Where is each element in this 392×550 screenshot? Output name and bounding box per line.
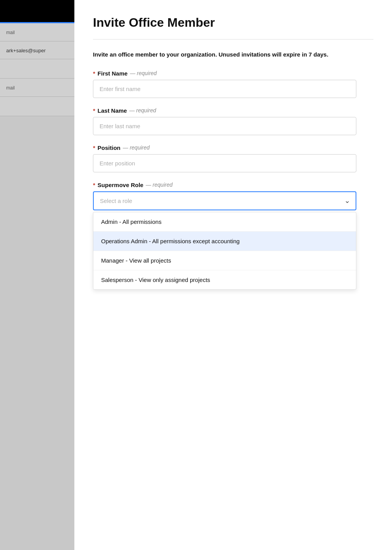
position-group: * Position — required xyxy=(93,144,373,172)
sidebar-item-3 xyxy=(0,59,74,79)
last-name-input[interactable] xyxy=(93,117,356,135)
last-name-label: * Last Name — required xyxy=(93,107,373,114)
page-description: Invite an office member to your organiza… xyxy=(93,50,356,59)
role-dropdown-menu: Admin - All permissions Operations Admin… xyxy=(93,212,356,290)
role-required-star: * xyxy=(93,182,95,188)
last-name-label-text: Last Name xyxy=(98,107,127,114)
first-name-required-text: — required xyxy=(130,70,156,76)
last-name-group: * Last Name — required xyxy=(93,107,373,135)
last-name-required-text: — required xyxy=(129,107,156,113)
sidebar-header xyxy=(0,0,74,23)
first-name-label: * First Name — required xyxy=(93,70,373,77)
role-label: * Supermove Role — required xyxy=(93,182,373,188)
sidebar-item-label-1: mail xyxy=(6,30,15,35)
role-select[interactable]: Select a role xyxy=(93,191,356,210)
first-name-required-star: * xyxy=(93,70,95,77)
role-group: * Supermove Role — required Select a rol… xyxy=(93,182,373,290)
dropdown-item-salesperson[interactable]: Salesperson - View only assigned project… xyxy=(93,270,356,289)
role-select-wrapper: Select a role ⌄ xyxy=(93,191,356,210)
first-name-input[interactable] xyxy=(93,80,356,98)
sidebar-item-4: mail xyxy=(0,79,74,97)
dropdown-item-manager[interactable]: Manager - View all projects xyxy=(93,251,356,270)
last-name-required-star: * xyxy=(93,107,95,114)
dropdown-item-ops-admin[interactable]: Operations Admin - All permissions excep… xyxy=(93,232,356,251)
role-select-placeholder: Select a role xyxy=(100,198,132,204)
sidebar-item-label-4: mail xyxy=(6,85,15,91)
role-label-text: Supermove Role xyxy=(98,182,143,188)
sidebar-content: mail ark+sales@super mail xyxy=(0,23,74,550)
main-content: Invite Office Member Invite an office me… xyxy=(74,0,392,550)
position-label: * Position — required xyxy=(93,144,373,151)
page-title: Invite Office Member xyxy=(93,15,373,30)
role-required-text: — required xyxy=(146,182,172,188)
position-required-star: * xyxy=(93,144,95,151)
section-divider xyxy=(93,39,373,40)
sidebar-item-2: ark+sales@super xyxy=(0,41,74,59)
sidebar-item-1: mail xyxy=(0,23,74,41)
first-name-group: * First Name — required xyxy=(93,70,373,98)
position-required-text: — required xyxy=(123,144,150,151)
sidebar: mail ark+sales@super mail xyxy=(0,0,74,550)
first-name-label-text: First Name xyxy=(98,70,128,77)
sidebar-item-5 xyxy=(0,97,74,116)
sidebar-item-value-2: ark+sales@super xyxy=(6,48,68,53)
dropdown-item-admin[interactable]: Admin - All permissions xyxy=(93,212,356,232)
position-input[interactable] xyxy=(93,154,356,172)
position-label-text: Position xyxy=(98,144,120,151)
